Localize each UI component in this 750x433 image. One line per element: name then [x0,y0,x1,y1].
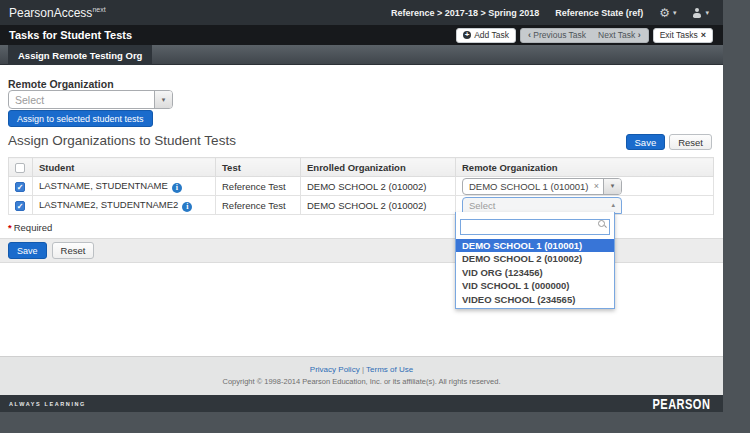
dropdown-option[interactable]: DEMO SCHOOL 1 (010001) [456,239,614,253]
remote-organization-label: Remote Organization [8,78,114,90]
select-all-checkbox[interactable] [15,163,25,173]
pearson-logo: PEARSON [653,395,711,411]
column-header-remote-org[interactable]: Remote Organization [456,158,714,177]
caret-up-icon: ▴ [611,201,621,209]
reset-button-bottom[interactable]: Reset [52,242,95,259]
student-tests-table: Student Test Enrolled Organization Remot… [8,157,714,215]
scope-breadcrumb[interactable]: Reference > 2017-18 > Spring 2018 [391,8,539,18]
remote-org-select-row1[interactable]: DEMO SCHOOL 1 (010001) × ▾ [462,178,622,195]
required-note: *Required [8,222,52,233]
dropdown-option[interactable]: VIDEO SCHOOL (234565) [456,293,614,307]
caret-down-icon: ▾ [673,9,677,16]
tasks-header-bar: Tasks for Student Tests + Add Task ‹ Pre… [0,25,723,45]
dropdown-option[interactable]: DEMO SCHOOL 2 (010002) [456,252,614,266]
reset-button-top[interactable]: Reset [669,134,712,150]
next-task-button[interactable]: Next Task › [598,30,641,40]
remote-org-dropdown-panel: DEMO SCHOOL 1 (010001) DEMO SCHOOL 2 (01… [455,212,615,309]
caret-down-icon: ▾ [162,96,166,104]
organization-scope[interactable]: Reference State (ref) [555,8,643,18]
select-arrow-button[interactable]: ▾ [603,179,621,194]
chevron-left-icon: ‹ [528,30,531,40]
gear-icon: ⚙ [659,7,670,19]
tab-strip: Assign Remote Testing Org [0,45,723,65]
task-nav-group: ‹ Previous Task Next Task › [520,28,649,43]
remote-org-select-placeholder: Select [463,200,611,211]
student-name: LASTNAME2, STUDENTNAME2 [39,199,178,210]
privacy-policy-link[interactable]: Privacy Policy [310,365,360,374]
terms-of-use-link[interactable]: Terms of Use [366,365,413,374]
dropdown-option[interactable]: VID ORG (123456) [456,266,614,280]
previous-task-button[interactable]: ‹ Previous Task [528,30,586,40]
column-header-test[interactable]: Test [216,158,301,177]
logo-text: PearsonAccess [9,6,92,20]
dropdown-options-list: DEMO SCHOOL 1 (010001) DEMO SCHOOL 2 (01… [456,239,614,309]
app-logo[interactable]: PearsonAccessnext [9,6,106,20]
caret-down-icon: ▾ [705,9,709,16]
section-title: Assign Organizations to Student Tests [8,133,236,148]
dropdown-option[interactable]: VID SCHOOL 1 (000000) [456,279,614,293]
tab-assign-remote-testing-org[interactable]: Assign Remote Testing Org [8,45,152,65]
info-icon[interactable]: i [182,202,192,212]
column-header-enrolled-org[interactable]: Enrolled Organization [301,158,456,177]
user-menu[interactable]: ▾ [692,8,709,18]
add-task-label: Add Task [474,30,509,40]
brand-bar: ALWAYS LEARNING PEARSON [0,395,723,412]
enrolled-organization: DEMO SCHOOL 2 (010002) [301,177,456,196]
next-task-label: Next Task [598,30,635,40]
search-icon [598,220,606,228]
close-icon: × [701,30,706,40]
assign-to-selected-button[interactable]: Assign to selected student tests [8,110,153,127]
exit-tasks-button[interactable]: Exit Tasks × [653,28,713,43]
asterisk-icon: * [8,222,12,233]
row-checkbox[interactable]: ✓ [15,182,25,192]
previous-task-label: Previous Task [533,30,586,40]
enrolled-organization: DEMO SCHOOL 2 (010002) [301,196,456,215]
remote-organization-select-value: Select [9,94,154,106]
column-header-student[interactable]: Student [33,158,216,177]
add-task-button[interactable]: + Add Task [456,28,516,43]
table-header-row: Student Test Enrolled Organization Remot… [9,158,714,177]
plus-circle-icon: + [463,31,471,39]
clear-selection-icon[interactable]: × [590,181,603,191]
settings-menu[interactable]: ⚙ ▾ [659,7,676,19]
save-button-bottom[interactable]: Save [8,242,47,259]
user-icon [692,8,702,18]
table-row: ✓ LASTNAME, STUDENTNAMEi Reference Test … [9,177,714,196]
top-header: PearsonAccessnext Reference > 2017-18 > … [0,0,723,25]
info-icon[interactable]: i [172,183,182,193]
caret-down-icon: ▾ [611,182,615,190]
remote-org-select-row2-open[interactable]: Select ▴ [462,197,622,214]
remote-organization-select[interactable]: Select ▾ [8,90,173,109]
chevron-right-icon: › [638,30,641,40]
logo-superscript: next [92,6,105,13]
required-note-text: Required [14,222,53,233]
exit-tasks-label: Exit Tasks [660,30,698,40]
link-separator: | [362,365,364,374]
test-name: Reference Test [216,196,301,215]
page-title: Tasks for Student Tests [9,29,132,41]
student-name: LASTNAME, STUDENTNAME [39,180,168,191]
dropdown-search-input[interactable] [460,219,610,235]
remote-org-select-value: DEMO SCHOOL 1 (010001) [463,181,590,192]
app-window: PearsonAccessnext Reference > 2017-18 > … [0,0,723,412]
copyright-text: Copyright © 1998-2014 Pearson Education,… [0,377,723,386]
row-checkbox[interactable]: ✓ [15,201,25,211]
test-name: Reference Test [216,177,301,196]
select-arrow-button[interactable]: ▾ [154,91,172,108]
always-learning-text: ALWAYS LEARNING [9,401,86,407]
save-button-top[interactable]: Save [626,134,666,150]
page-footer: Privacy Policy | Terms of Use Copyright … [0,356,723,395]
